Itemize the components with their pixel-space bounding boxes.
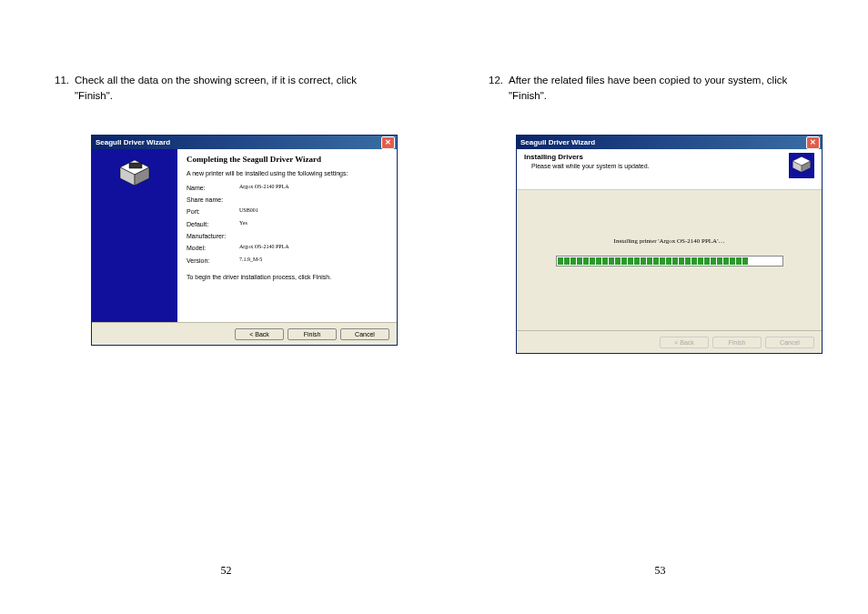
install-status-text: Installing printer 'Argox OS-2140 PPLA'…	[517, 237, 822, 245]
wizard-note: To begin the driver installation process…	[187, 274, 388, 280]
progress-segment	[698, 257, 703, 265]
settings-value: USB001	[239, 206, 258, 217]
wizard-header: Installing Drivers Please wait while you…	[517, 149, 822, 190]
progress-segment	[628, 257, 633, 265]
wizard-subtitle: A new printer will be installed using th…	[187, 170, 388, 176]
window-title: Seagull Driver Wizard	[520, 138, 595, 146]
settings-value: Argox OS-2140 PPLA	[239, 182, 289, 194]
progress-segment	[691, 257, 697, 265]
settings-row: Name:Argox OS-2140 PPLA	[187, 182, 388, 194]
step-line-1: Check all the data on the showing screen…	[75, 75, 357, 86]
progress-segment	[672, 257, 678, 265]
progress-segment	[602, 257, 608, 265]
step-text: 12.After the related files have been cop…	[489, 73, 841, 105]
settings-label: Name:	[187, 182, 239, 194]
progress-segment	[742, 257, 748, 265]
titlebar: Seagull Driver Wizard ✕	[517, 136, 822, 149]
step-line-1: After the related files have been copied…	[509, 75, 787, 86]
progress-segment	[653, 257, 659, 265]
progress-segment	[717, 257, 722, 265]
settings-row: Model:Argox OS-2140 PPLA	[187, 242, 388, 254]
button-row: < Back Finish Cancel	[517, 330, 822, 353]
page-number: 52	[18, 564, 434, 578]
progress-segment	[666, 257, 671, 265]
settings-row: Manufacturer:	[187, 230, 388, 242]
close-icon[interactable]: ✕	[381, 136, 395, 149]
window-title: Seagull Driver Wizard	[96, 138, 170, 146]
step-text: 11.Check all the data on the showing scr…	[55, 73, 407, 105]
progress-segment	[634, 257, 640, 265]
settings-row: Port:USB001	[187, 206, 388, 217]
back-button: < Back	[660, 337, 709, 348]
progress-segment	[711, 257, 716, 265]
step-line-2: "Finish".	[509, 88, 841, 104]
wizard-heading: Completing the Seagull Driver Wizard	[187, 155, 388, 165]
progress-segment	[647, 257, 652, 265]
step-line-2: "Finish".	[75, 88, 407, 104]
progress-segment	[730, 257, 735, 265]
settings-row: Version:7.1.9_M-5	[187, 255, 388, 267]
progress-segment	[660, 257, 665, 265]
wizard-completing: Seagull Driver Wizard ✕ Completing the S…	[91, 135, 398, 346]
close-icon[interactable]: ✕	[806, 136, 820, 149]
titlebar: Seagull Driver Wizard ✕	[92, 136, 397, 149]
printer-icon	[118, 158, 151, 191]
cancel-button[interactable]: Cancel	[340, 328, 389, 340]
progress-segment	[590, 257, 595, 265]
manual-page-left: 11.Check all the data on the showing scr…	[18, 0, 434, 614]
settings-list: Name:Argox OS-2140 PPLAShare name:Port:U…	[187, 182, 388, 267]
svg-marker-3	[129, 163, 142, 168]
wizard-body: Installing printer 'Argox OS-2140 PPLA'…	[517, 190, 822, 330]
progress-segment	[615, 257, 621, 265]
settings-label: Model:	[187, 242, 239, 254]
back-button[interactable]: < Back	[235, 328, 284, 340]
finish-button[interactable]: Finish	[288, 328, 337, 340]
progress-segment	[641, 257, 646, 265]
progress-segment	[685, 257, 691, 265]
settings-value: 7.1.9_M-5	[239, 255, 262, 267]
cancel-button: Cancel	[765, 337, 814, 348]
step-number: 12.	[489, 75, 503, 86]
settings-label: Port:	[187, 206, 239, 217]
progress-segment	[723, 257, 729, 265]
progress-bar	[556, 256, 783, 267]
progress-segment	[609, 257, 614, 265]
progress-segment	[577, 257, 582, 265]
progress-segment	[736, 257, 742, 265]
settings-label: Manufacturer:	[187, 230, 239, 242]
wizard-sidebar	[92, 149, 177, 322]
header-text: Installing Drivers Please wait while you…	[524, 153, 650, 186]
progress-segment	[596, 257, 601, 265]
settings-value: Yes	[239, 218, 247, 230]
page-number: 53	[452, 564, 868, 578]
progress-segment	[679, 257, 684, 265]
settings-row: Default:Yes	[187, 218, 388, 230]
progress-segment	[564, 257, 570, 265]
progress-segment	[704, 257, 710, 265]
step-number: 11.	[55, 75, 69, 86]
printer-icon	[789, 153, 814, 178]
settings-row: Share name:	[187, 194, 388, 206]
header-title: Installing Drivers	[524, 153, 650, 161]
progress-segment	[621, 257, 627, 265]
settings-label: Version:	[187, 255, 239, 267]
wizard-installing: Seagull Driver Wizard ✕ Installing Drive…	[516, 135, 823, 354]
settings-label: Share name:	[187, 194, 239, 206]
settings-value: Argox OS-2140 PPLA	[239, 242, 289, 254]
settings-label: Default:	[187, 218, 239, 230]
progress-segment	[583, 257, 589, 265]
manual-page-right: 12.After the related files have been cop…	[452, 0, 868, 614]
button-row: < Back Finish Cancel	[92, 322, 397, 345]
finish-button: Finish	[712, 337, 762, 348]
wizard-main: Completing the Seagull Driver Wizard A n…	[177, 149, 397, 322]
wizard-body: Completing the Seagull Driver Wizard A n…	[92, 149, 397, 322]
progress-segment	[558, 257, 563, 265]
header-subtitle: Please wait while your system is updated…	[531, 163, 650, 169]
progress-segment	[570, 257, 576, 265]
